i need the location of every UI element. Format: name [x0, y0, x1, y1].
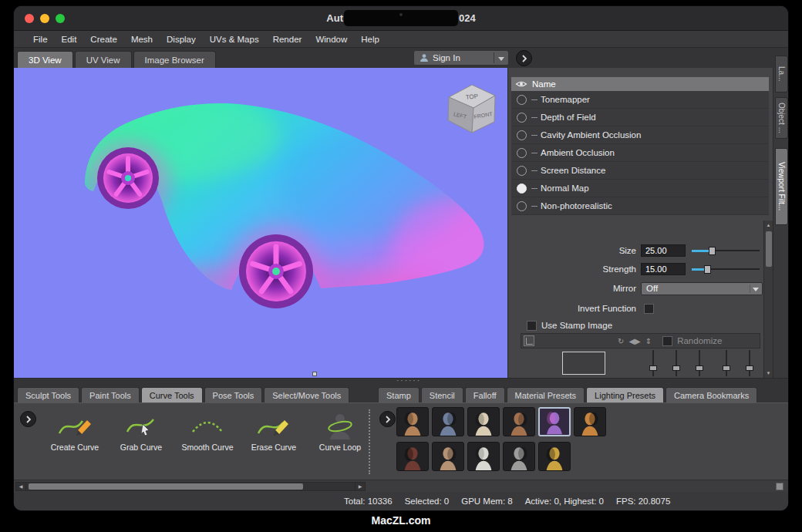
refresh-icon[interactable]: ↻	[618, 337, 624, 345]
tray-tab-select-move-tools[interactable]: Select/Move Tools	[264, 387, 349, 402]
stamp-image-preview[interactable]	[562, 352, 605, 375]
tray-tab-curve-tools[interactable]: Curve Tools	[141, 387, 203, 402]
lighting-preset-1[interactable]	[396, 407, 429, 436]
tray-tab-right-group: Stamp Stencil Falloff Material Presets L…	[378, 387, 759, 402]
panel-collapse-button[interactable]	[516, 50, 532, 66]
lighting-preset-3[interactable]	[467, 407, 500, 436]
size-input[interactable]: 25.00	[641, 244, 686, 257]
tray-right-collapse-button[interactable]	[379, 411, 396, 427]
tray-tab-pose-tools[interactable]: Pose Tools	[204, 387, 263, 402]
scroll-up-arrow[interactable]: ▲	[764, 221, 773, 230]
lighting-preset-10[interactable]	[503, 442, 535, 471]
tab-uv-view[interactable]: UV View	[75, 51, 132, 68]
car-front-wheel	[97, 147, 159, 209]
user-icon	[420, 53, 429, 62]
randomize-slider-4[interactable]	[722, 350, 731, 376]
tray-left-collapse-button[interactable]	[20, 411, 36, 427]
viewport-3d[interactable]: TOP LEFT FRONT	[14, 68, 507, 378]
menu-mesh[interactable]: Mesh	[124, 35, 160, 44]
lighting-preset-2[interactable]	[432, 407, 464, 436]
tray-tab-paint-tools[interactable]: Paint Tools	[81, 387, 140, 402]
lighting-preset-9[interactable]	[467, 442, 500, 471]
strength-slider[interactable]	[692, 263, 760, 275]
menu-file[interactable]: File	[26, 35, 55, 44]
randomize-slider-2[interactable]	[672, 350, 681, 376]
menu-edit[interactable]: Edit	[55, 35, 84, 44]
side-tab-layers[interactable]: La...	[775, 56, 788, 93]
traffic-lights	[25, 14, 65, 23]
lighting-preset-8[interactable]	[432, 442, 464, 471]
tray-horizontal-scrollbar[interactable]: ◀ ▶	[15, 482, 366, 491]
status-fps: FPS: 20.8075	[616, 497, 670, 506]
tab-3d-view[interactable]: 3D View	[17, 51, 73, 68]
tray-resize-handle[interactable]	[312, 372, 317, 376]
tray-tab-stamp[interactable]: Stamp	[378, 387, 420, 402]
menu-render[interactable]: Render	[266, 35, 309, 44]
randomize-slider-3[interactable]	[695, 350, 704, 376]
tab-image-browser[interactable]: Image Browser	[133, 51, 216, 68]
menu-create[interactable]: Create	[83, 35, 124, 44]
window-title: Aut 024	[14, 6, 788, 30]
sign-in-dropdown[interactable]: Sign In	[413, 50, 509, 66]
mirror-dropdown[interactable]: Off	[641, 282, 763, 295]
tray-tab-falloff[interactable]: Falloff	[465, 387, 505, 402]
side-tab-viewport-filters[interactable]: Viewport Filt...	[775, 148, 788, 225]
chevron-right-icon	[521, 55, 527, 62]
tray-tab-camera-bookmarks[interactable]: Camera Bookmarks	[666, 387, 757, 402]
tray-separator	[369, 409, 370, 474]
tool-grab-curve[interactable]: Grab Curve	[108, 411, 174, 452]
menu-help[interactable]: Help	[354, 35, 386, 44]
size-slider[interactable]	[692, 244, 760, 257]
invert-function-checkbox[interactable]	[644, 304, 654, 314]
flip-vertical-icon[interactable]: ⇕	[645, 337, 652, 345]
bust-thumbnail	[468, 409, 499, 436]
randomize-checkbox[interactable]	[662, 336, 672, 346]
tray-tab-sculpt-tools[interactable]: Sculpt Tools	[17, 387, 79, 402]
menu-window[interactable]: Window	[308, 35, 354, 44]
zoom-window-button[interactable]	[56, 14, 65, 23]
tool-create-curve[interactable]: Create Curve	[42, 411, 108, 452]
use-stamp-image-checkbox[interactable]	[527, 321, 537, 331]
side-tab-object[interactable]: Object ...	[775, 97, 788, 139]
menu-display[interactable]: Display	[160, 35, 203, 44]
lighting-preset-6[interactable]	[574, 407, 606, 436]
tray-divider[interactable]: ······	[14, 378, 788, 386]
tray-resize-corner[interactable]	[776, 483, 783, 490]
drag-dots[interactable]: ······	[396, 376, 421, 385]
bust-thumbnail	[397, 444, 428, 470]
sign-in-divider	[494, 52, 494, 63]
bust-thumbnail	[433, 444, 463, 470]
scroll-right-arrow[interactable]: ▶	[355, 483, 365, 490]
randomize-slider-1[interactable]	[649, 350, 658, 376]
tray-tab-material-presets[interactable]: Material Presets	[507, 387, 585, 402]
tool-curve-loop[interactable]: Curve Loop	[307, 411, 373, 452]
minimize-window-button[interactable]	[40, 14, 49, 23]
size-slider-handle[interactable]	[709, 247, 716, 255]
panel-vertical-scrollbar[interactable]: ▲ ▼	[763, 221, 773, 378]
tray-tab-stencil[interactable]: Stencil	[421, 387, 463, 402]
lighting-preset-7[interactable]	[396, 442, 429, 471]
view-cube[interactable]: TOP LEFT FRONT	[438, 77, 503, 137]
lighting-preset-5-selected[interactable]	[538, 407, 571, 436]
randomize-slider-5[interactable]	[745, 350, 754, 376]
scroll-down-arrow[interactable]: ▼	[764, 369, 773, 378]
strength-input[interactable]: 15.00	[641, 263, 686, 275]
bust-thumbnail	[539, 444, 570, 470]
chevron-down-icon	[753, 288, 759, 291]
menu-uvs-maps[interactable]: UVs & Maps	[203, 35, 266, 44]
lighting-preset-11[interactable]	[538, 442, 571, 471]
app-window: Aut 024 File Edit Create Mesh Display UV…	[14, 6, 788, 510]
flip-horizontal-icon[interactable]: ◀▶	[628, 337, 640, 345]
viewport-filters-panel: Name Tonemapper Depth of Field Cavity Am…	[507, 68, 773, 378]
tray-tab-lighting-presets[interactable]: Lighting Presets	[586, 387, 664, 402]
tool-erase-curve[interactable]: Erase Curve	[241, 411, 307, 452]
scrollbar-thumb[interactable]	[29, 483, 303, 490]
lighting-preset-4[interactable]	[503, 407, 535, 436]
lighting-presets-row-2	[396, 442, 606, 471]
tool-smooth-curve[interactable]: Smooth Curve	[174, 411, 241, 452]
strength-slider-handle[interactable]	[704, 265, 711, 274]
scrollbar-thumb[interactable]	[766, 231, 772, 267]
close-window-button[interactable]	[25, 14, 34, 23]
scroll-left-arrow[interactable]: ◀	[16, 483, 26, 490]
stamp-image-button[interactable]	[524, 335, 534, 346]
